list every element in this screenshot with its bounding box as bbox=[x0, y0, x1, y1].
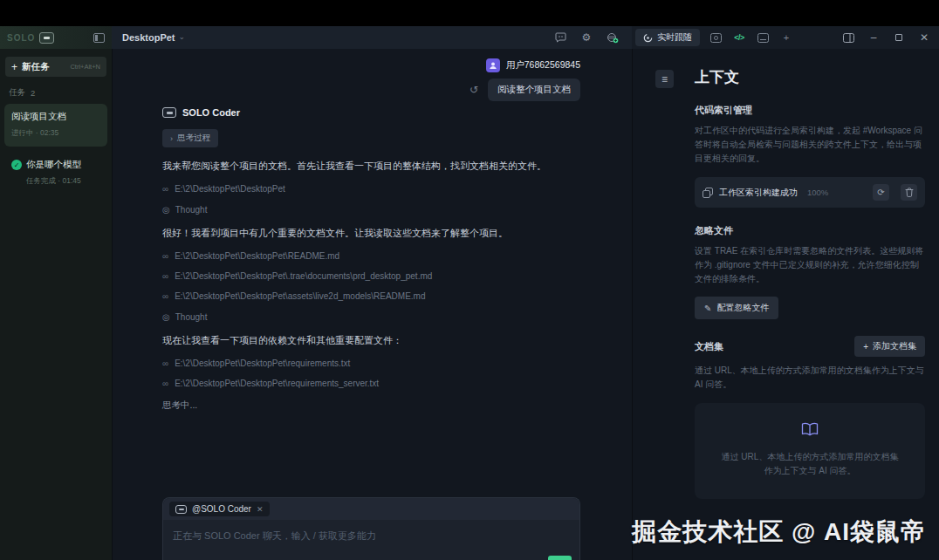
task-sidebar: + 新任务 Ctrl+Alt+N 任务 2 阅读项目文档 进行中 · 02:35… bbox=[0, 49, 112, 560]
thinking-status: 思考中... bbox=[162, 400, 579, 412]
assistant-paragraph: 很好！我看到项目中有几个重要的文档文件。让我读取这些文档来了解整个项目。 bbox=[162, 226, 579, 241]
index-status-card: 工作区索引构建成功 100% ⟳ bbox=[695, 177, 925, 208]
task-status: 任务完成 · 01:45 bbox=[11, 176, 100, 187]
maximize-icon[interactable] bbox=[891, 31, 907, 44]
ignore-files-description: 设置 TRAE 在索引仓库时需要忽略的文件列表。这些规则将作为 .gitigno… bbox=[695, 244, 925, 286]
tasks-caption: 任务 2 bbox=[9, 87, 103, 99]
delete-index-button[interactable] bbox=[901, 184, 917, 201]
task-item-running[interactable]: 阅读项目文档 进行中 · 02:35 bbox=[4, 104, 107, 147]
task-title: 你是哪个模型 bbox=[26, 159, 81, 171]
plus-icon: + bbox=[11, 61, 17, 73]
file-link[interactable]: ∞ E:\2\DesktopPet\DesktopPet\assets\live… bbox=[162, 291, 579, 301]
trash-icon bbox=[905, 188, 914, 197]
settings-gear-icon[interactable]: ⚙ bbox=[578, 30, 595, 45]
docset-header-row: 文档集 + 添加文档集 bbox=[695, 336, 925, 357]
input-placeholder: 正在与 SOLO Coder 聊天，输入 / 获取更多能力 bbox=[163, 520, 579, 552]
context-panel: ≡ 上下文 代码索引管理 对工作区中的代码进行全局索引构建，发起 #Worksp… bbox=[632, 49, 939, 560]
rebuild-index-button[interactable]: ⟳ bbox=[873, 184, 889, 201]
docset-description: 通过 URL、本地上传的方式添加常用的文档集作为上下文与 AI 问答。 bbox=[695, 364, 925, 392]
new-task-button[interactable]: + 新任务 Ctrl+Alt+N bbox=[5, 57, 106, 77]
split-layout-icon[interactable] bbox=[840, 31, 856, 44]
link-icon: ∞ bbox=[162, 251, 168, 261]
chat-input-header: @SOLO Coder ✕ bbox=[163, 498, 579, 520]
link-icon: ∞ bbox=[162, 379, 168, 388]
project-dropdown[interactable]: DesktopPet bbox=[122, 32, 175, 43]
assistant-message: SOLO Coder › 思考过程 我来帮您阅读整个项目的文档。首先让我查看一下… bbox=[162, 107, 579, 412]
add-tab-icon[interactable]: + bbox=[778, 31, 794, 44]
sync-icon bbox=[643, 33, 653, 43]
feedback-icon[interactable] bbox=[552, 30, 569, 45]
book-icon bbox=[717, 422, 902, 440]
solo-coder-icon bbox=[162, 107, 176, 118]
link-icon: ∞ bbox=[162, 291, 168, 301]
user-message-bubble: 阅读整个项目文档 bbox=[488, 79, 580, 101]
minimize-icon[interactable]: – bbox=[866, 31, 881, 44]
code-index-description: 对工作区中的代码进行全局索引构建，发起 #Workspace 问答时将自动全局检… bbox=[695, 124, 925, 166]
watermark: 掘金技术社区 @ AI袋鼠帝 bbox=[632, 516, 926, 549]
new-task-label: 新任务 bbox=[22, 61, 50, 73]
docset-heading: 文档集 bbox=[695, 340, 723, 353]
remove-mention-icon[interactable]: ✕ bbox=[257, 505, 264, 514]
index-progress: 100% bbox=[807, 188, 828, 197]
task-status: 进行中 · 02:35 bbox=[11, 128, 100, 139]
thinking-process-chip[interactable]: › 思考过程 bbox=[162, 129, 218, 147]
assistant-header: SOLO Coder bbox=[162, 107, 579, 118]
new-task-shortcut: Ctrl+Alt+N bbox=[70, 63, 100, 71]
check-icon: ✓ bbox=[11, 160, 22, 170]
thought-row: ◎ Thought bbox=[162, 312, 579, 322]
file-link[interactable]: ∞ E:\2\DesktopPet\DesktopPet\requirement… bbox=[162, 359, 579, 368]
plus-icon: + bbox=[863, 342, 868, 352]
menu-icon[interactable]: ≡ bbox=[655, 70, 674, 88]
close-icon[interactable]: ✕ bbox=[916, 31, 932, 44]
tab-realtime-follow[interactable]: 实时跟随 bbox=[635, 29, 700, 46]
mention-chip[interactable]: @SOLO Coder ✕ bbox=[169, 502, 270, 516]
task-item-done[interactable]: ✓ 你是哪个模型 任务完成 · 01:45 bbox=[4, 152, 107, 195]
ignore-files-heading: 忽略文件 bbox=[695, 224, 925, 237]
app-window: SOLO DesktopPet ⌄ ⚙ 实时跟随 </> bbox=[0, 26, 939, 560]
link-icon: ∞ bbox=[162, 359, 168, 368]
file-link[interactable]: ∞ E:\2\DesktopPet\DesktopPet\requirement… bbox=[162, 379, 579, 388]
titlebar-main: DesktopPet ⌄ ⚙ bbox=[112, 26, 632, 49]
index-status-label: 工作区索引构建成功 bbox=[719, 187, 798, 199]
logo-wordmark: SOLO bbox=[7, 33, 35, 43]
code-icon[interactable]: </> bbox=[731, 31, 747, 44]
terminal-icon[interactable] bbox=[755, 31, 771, 44]
assistant-paragraph: 我来帮您阅读整个项目的文档。首先让我查看一下项目的整体结构，找到文档相关的文件。 bbox=[162, 159, 579, 174]
user-message-row: ↺ 阅读整个项目文档 bbox=[470, 79, 580, 101]
file-link[interactable]: ∞ E:\2\DesktopPet\DesktopPet\README.md bbox=[162, 251, 579, 261]
chat-input[interactable]: @SOLO Coder ✕ 正在与 SOLO Coder 聊天，输入 / 获取更… bbox=[162, 497, 580, 560]
thought-row: ◎ Thought bbox=[162, 205, 579, 215]
chat-main: 用户76862569845 ↺ 阅读整个项目文档 SOLO Coder › 思考… bbox=[112, 49, 632, 560]
configure-ignore-button[interactable]: ✎ 配置忽略文件 bbox=[695, 297, 778, 319]
link-icon: ∞ bbox=[162, 271, 168, 281]
follow-tab-label: 实时跟随 bbox=[657, 31, 692, 44]
user-header: 用户76862569845 bbox=[486, 58, 580, 72]
chevron-down-icon: ⌄ bbox=[179, 32, 186, 41]
pencil-icon: ✎ bbox=[704, 304, 711, 313]
docset-empty-text: 通过 URL、本地上传的方式添加常用的文档集作为上下文与 AI 问答。 bbox=[717, 450, 902, 478]
solo-logo-icon bbox=[39, 32, 54, 44]
solo-coder-icon bbox=[175, 505, 187, 514]
user-name: 用户76862569845 bbox=[506, 59, 580, 72]
retry-icon[interactable]: ↺ bbox=[470, 84, 478, 96]
screenshot-icon[interactable] bbox=[708, 31, 723, 44]
file-link[interactable]: ∞ E:\2\DesktopPet\DesktopPet\.trae\docum… bbox=[162, 271, 579, 281]
send-button[interactable] bbox=[548, 556, 572, 560]
file-link[interactable]: ∞ E:\2\DesktopPet\DesktopPet bbox=[162, 184, 579, 194]
title-bar: SOLO DesktopPet ⌄ ⚙ 实时跟随 </> bbox=[0, 26, 939, 49]
task-title: 阅读项目文档 bbox=[11, 111, 66, 123]
share-icon[interactable] bbox=[604, 30, 621, 45]
code-index-heading: 代码索引管理 bbox=[695, 104, 925, 117]
user-avatar bbox=[486, 58, 500, 72]
chevron-right-icon: › bbox=[170, 134, 173, 143]
sidebar-toggle-icon[interactable] bbox=[93, 33, 105, 43]
assistant-name: SOLO Coder bbox=[182, 107, 240, 118]
thought-icon: ◎ bbox=[162, 312, 170, 322]
tasks-count: 2 bbox=[31, 88, 35, 98]
refresh-icon: ⟳ bbox=[877, 188, 884, 197]
titlebar-right-tabs: 实时跟随 </> + – ✕ bbox=[632, 26, 939, 49]
docset-empty-state: 通过 URL、本地上传的方式添加常用的文档集作为上下文与 AI 问答。 bbox=[695, 403, 925, 499]
titlebar-logo-area: SOLO bbox=[0, 26, 112, 49]
add-docset-button[interactable]: + 添加文档集 bbox=[854, 336, 925, 357]
panel-title: 上下文 bbox=[695, 67, 925, 87]
